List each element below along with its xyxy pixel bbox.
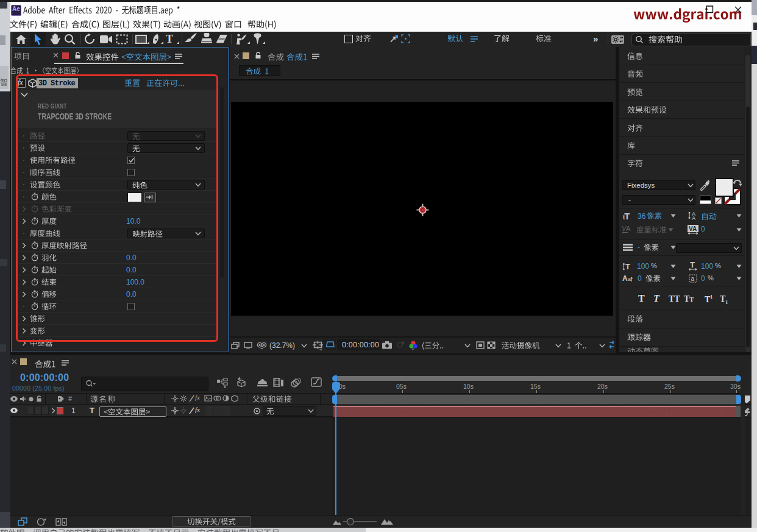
svg-text:A: A	[626, 225, 631, 232]
svg-text:T: T	[690, 261, 695, 269]
svg-text:a: a	[691, 275, 695, 282]
svg-text:A: A	[622, 274, 628, 283]
svg-text:T: T	[625, 262, 630, 271]
svg-text:a: a	[628, 276, 631, 282]
svg-text:A: A	[692, 215, 695, 221]
